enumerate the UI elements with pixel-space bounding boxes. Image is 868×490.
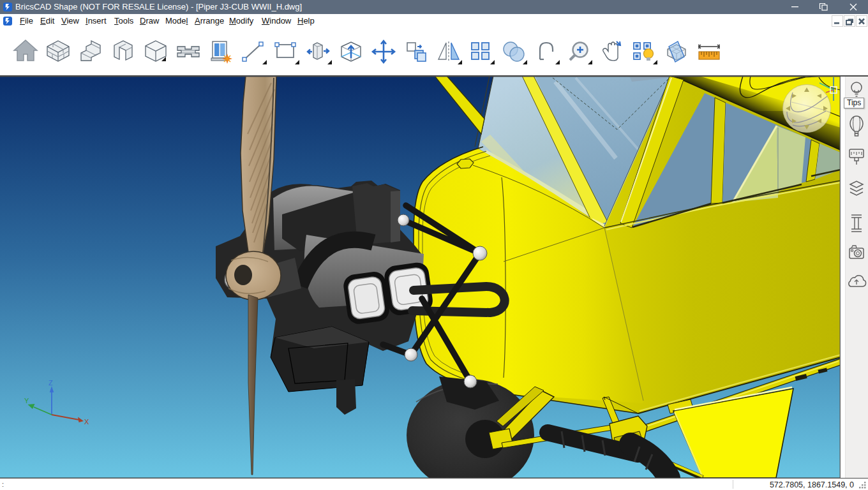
svg-text:X: X [84, 418, 89, 426]
svg-text:Y: Y [24, 397, 29, 405]
svg-text:Z: Z [49, 379, 53, 387]
